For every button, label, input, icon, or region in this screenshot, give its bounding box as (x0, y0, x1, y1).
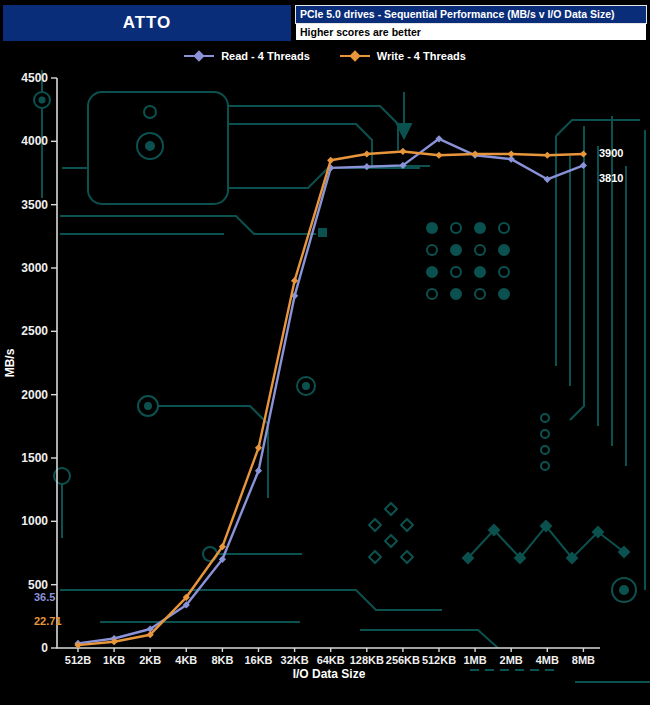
y-tick-label: 3500 (21, 198, 48, 212)
title-column: PCIe 5.0 drives - Sequential Performance… (295, 5, 647, 41)
legend-item-write: Write - 4 Threads (340, 50, 466, 62)
x-tick-label: 128KB (350, 654, 384, 666)
x-tick-label: 512KB (422, 654, 456, 666)
y-tick-label: 4500 (21, 71, 48, 85)
x-tick-label: 2KB (139, 654, 161, 666)
y-tick-label: 1500 (21, 451, 48, 465)
data-point-marker (580, 162, 587, 169)
y-tick-label: 2000 (21, 388, 48, 402)
data-point-marker (255, 467, 262, 474)
x-axis-ticks: 512B1KB2KB4KB8KB16KB32KB64KB128KB256KB51… (65, 648, 595, 666)
x-tick-label: 2MB (500, 654, 523, 666)
app-title: ATTO (3, 5, 291, 41)
chart-subtitle: Higher scores are better (295, 24, 647, 42)
x-tick-label: 8KB (211, 654, 233, 666)
y-axis-ticks: 050010001500200025003000350040004500 (21, 71, 57, 655)
legend-label-write: Write - 4 Threads (377, 50, 466, 62)
y-tick-label: 4000 (21, 134, 48, 148)
write-line-marker-icon (340, 52, 370, 61)
x-tick-label: 32KB (281, 654, 309, 666)
legend-label-read: Read - 4 Threads (221, 50, 310, 62)
data-point-marker (544, 152, 551, 159)
x-tick-label: 4MB (536, 654, 559, 666)
data-point-marker (255, 444, 262, 451)
x-tick-label: 1MB (463, 654, 486, 666)
data-point-marker (508, 150, 515, 157)
benchmark-chart-page: ATTO PCIe 5.0 drives - Sequential Perfor… (0, 0, 650, 705)
header: ATTO PCIe 5.0 drives - Sequential Perfor… (3, 5, 647, 41)
y-tick-label: 3000 (21, 261, 48, 275)
y-tick-label: 2500 (21, 324, 48, 338)
performance-chart: 050010001500200025003000350040004500512B… (0, 70, 650, 705)
read-start-value-label: 36.5 (34, 591, 55, 603)
data-point-marker (399, 148, 406, 155)
x-tick-label: 64KB (317, 654, 345, 666)
chart-title: PCIe 5.0 drives - Sequential Performance… (295, 5, 647, 24)
legend-item-read: Read - 4 Threads (184, 50, 310, 62)
circuit-pattern-background (34, 70, 650, 682)
x-tick-label: 512B (65, 654, 91, 666)
write-end-value-label: 3900 (599, 147, 623, 159)
data-point-marker (363, 150, 370, 157)
x-tick-label: 4KB (175, 654, 197, 666)
read-end-value-label: 3810 (599, 172, 623, 184)
series-write (74, 148, 587, 649)
data-point-marker (435, 152, 442, 159)
annotations: 36.522.7139003810 (34, 147, 623, 627)
x-tick-label: 1KB (103, 654, 125, 666)
data-point-marker (363, 163, 370, 170)
y-axis-title: MB/s (3, 348, 17, 377)
series-read (74, 135, 587, 647)
y-tick-label: 0 (41, 641, 48, 655)
x-axis-title: I/O Data Size (293, 667, 366, 681)
chart-legend: Read - 4 Threads Write - 4 Threads (0, 44, 650, 68)
y-tick-label: 1000 (21, 514, 48, 528)
x-tick-label: 256KB (386, 654, 420, 666)
read-line-marker-icon (184, 52, 214, 61)
data-point-marker (580, 150, 587, 157)
x-tick-label: 8MB (572, 654, 595, 666)
x-tick-label: 16KB (244, 654, 272, 666)
write-start-value-label: 22.71 (34, 615, 62, 627)
y-tick-label: 500 (28, 578, 48, 592)
data-point-marker (327, 157, 334, 164)
series-line (78, 139, 583, 644)
